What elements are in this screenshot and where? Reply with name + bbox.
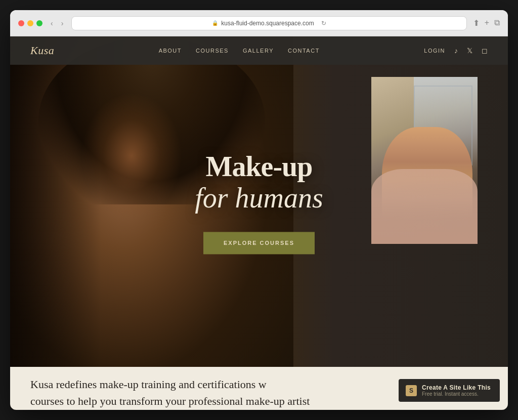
jacket-detail <box>371 169 478 244</box>
badge-sub-text: Free trial. Instant access. <box>422 391 491 397</box>
site-logo[interactable]: Kusa <box>30 44 54 57</box>
back-button[interactable]: ‹ <box>49 18 55 28</box>
nav-link-courses[interactable]: COURSES <box>196 48 229 54</box>
browser-nav-controls: ‹ › <box>49 18 65 28</box>
browser-window: ‹ › 🔒 kusa-fluid-demo.squarespace.com ↻ … <box>10 10 508 410</box>
tiktok-icon[interactable]: ♪ <box>454 47 458 55</box>
share-icon[interactable]: ⬆ <box>473 18 480 28</box>
explore-courses-button[interactable]: EXPLORE COURSES <box>203 232 315 255</box>
hero-title-line1: Make-up <box>173 151 345 183</box>
hero-title-line2: for humans <box>173 183 345 214</box>
forward-button[interactable]: › <box>59 18 66 28</box>
browser-chrome: ‹ › 🔒 kusa-fluid-demo.squarespace.com ↻ … <box>10 10 508 36</box>
hero-cta-wrapper: EXPLORE COURSES <box>203 232 315 255</box>
squarespace-logo-icon: S <box>406 385 417 396</box>
bottom-description: Kusa redefines make-up training and cert… <box>30 376 310 409</box>
lock-icon: 🔒 <box>212 20 218 26</box>
browser-actions: ⬆ + ⧉ <box>473 18 500 28</box>
hero-section: Make-up for humans EXPLORE COURSES <box>10 36 508 369</box>
tabs-icon[interactable]: ⧉ <box>494 18 500 28</box>
website-content: Kusa ABOUT COURSES GALLERY CONTACT LOGIN… <box>10 36 508 410</box>
makeup-artist-photo <box>371 77 478 244</box>
badge-text-block: Create A Site Like This Free trial. Inst… <box>422 384 491 397</box>
nav-link-about[interactable]: ABOUT <box>159 48 182 54</box>
nav-link-gallery[interactable]: GALLERY <box>243 48 274 54</box>
nav-right: LOGIN ♪ 𝕏 ◻ <box>424 47 488 55</box>
url-text: kusa-fluid-demo.squarespace.com <box>221 20 314 27</box>
address-bar[interactable]: 🔒 kusa-fluid-demo.squarespace.com ↻ <box>71 16 466 30</box>
bottom-text-line1: Kusa redefines make-up training and cert… <box>30 376 310 409</box>
maximize-button[interactable] <box>36 20 42 26</box>
hero-text-block: Make-up for humans EXPLORE COURSES <box>173 151 345 254</box>
close-button[interactable] <box>18 20 24 26</box>
hero-secondary-image <box>371 77 478 244</box>
login-button[interactable]: LOGIN <box>424 48 445 54</box>
new-tab-icon[interactable]: + <box>485 18 489 28</box>
traffic-lights <box>18 20 42 26</box>
squarespace-badge[interactable]: S Create A Site Like This Free trial. In… <box>399 379 500 402</box>
twitter-icon[interactable]: 𝕏 <box>467 47 472 55</box>
badge-main-text: Create A Site Like This <box>422 384 491 391</box>
minimize-button[interactable] <box>27 20 33 26</box>
nav-links: ABOUT COURSES GALLERY CONTACT <box>159 48 320 54</box>
reload-icon[interactable]: ↻ <box>321 20 326 27</box>
navigation: Kusa ABOUT COURSES GALLERY CONTACT LOGIN… <box>10 36 508 65</box>
instagram-icon[interactable]: ◻ <box>482 47 488 55</box>
nav-link-contact[interactable]: CONTACT <box>288 48 320 54</box>
